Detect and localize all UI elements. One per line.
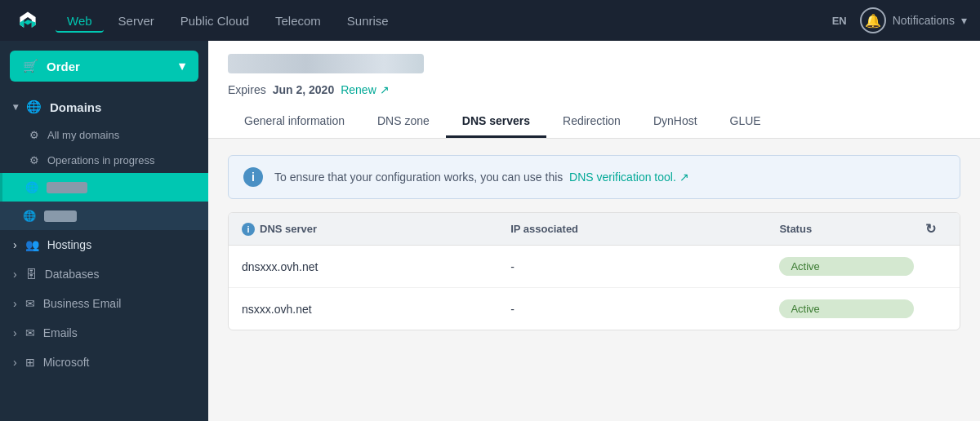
operations-label: Operations in progress [47, 154, 155, 166]
table-header: i DNS server IP associated Status ↻ [229, 213, 960, 246]
chevron-down-icon: ▾ [179, 59, 185, 73]
info-icon-small: i [242, 223, 255, 236]
globe-icon: 🌐 [25, 181, 38, 193]
chevron-right-icon: › [13, 268, 17, 281]
status-badge-1: Active [779, 257, 914, 276]
sidebar-domain-secondary[interactable]: 🌐 [0, 202, 208, 230]
hostings-label: Hostings [47, 238, 91, 251]
dns-server-1: dnsxxx.ovh.net [242, 260, 510, 273]
sidebar-item-databases[interactable]: › 🗄 Databases [0, 259, 208, 289]
nav-web[interactable]: Web [56, 9, 104, 33]
chevron-right-icon: › [13, 238, 17, 251]
notifications-button[interactable]: 🔔 Notifications ▾ [860, 7, 967, 33]
table-row: dnsxxx.ovh.net - Active [229, 246, 960, 288]
chevron-down-icon: ▾ [961, 14, 967, 27]
dns-table: i DNS server IP associated Status ↻ dnsx… [228, 212, 960, 330]
tabs-row: General information DNS zone DNS servers… [228, 106, 960, 138]
people-icon: 👥 [25, 238, 39, 251]
nav-right: EN 🔔 Notifications ▾ [832, 7, 967, 33]
sidebar-item-business-email[interactable]: › ✉ Business Email [0, 289, 208, 318]
sidebar: 🛒 Order ▾ ▾ 🌐 Domains ⚙ All my domains ⚙… [0, 41, 208, 421]
databases-label: Databases [45, 268, 100, 281]
tab-general-information[interactable]: General information [228, 106, 361, 138]
logo[interactable] [13, 6, 42, 35]
sidebar-item-operations[interactable]: ⚙ Operations in progress [0, 148, 208, 173]
domains-label: Domains [50, 100, 101, 114]
external-link-icon: ↗ [380, 83, 390, 96]
tab-redirection[interactable]: Redirection [546, 106, 637, 138]
notifications-label: Notifications [893, 14, 955, 27]
nav-server[interactable]: Server [107, 9, 166, 33]
info-banner: i To ensure that your configuration work… [228, 155, 960, 199]
settings-icon: ⚙ [29, 129, 39, 141]
table-row: nsxxx.ovh.net - Active [229, 288, 960, 330]
expiry-date: Jun 2, 2020 [273, 83, 335, 96]
col-dns-label: DNS server [260, 223, 317, 235]
expiry-row: Expires Jun 2, 2020 Renew ↗ [228, 83, 960, 96]
col-header-ip: IP associated [510, 223, 779, 235]
globe-icon: 🌐 [26, 100, 42, 114]
renew-link[interactable]: Renew ↗ [341, 83, 390, 96]
col-ip-label: IP associated [510, 223, 578, 235]
bell-icon: 🔔 [860, 7, 886, 33]
status-badge-2: Active [779, 299, 914, 318]
cart-icon: 🛒 [23, 59, 38, 73]
nav-sunrise[interactable]: Sunrise [336, 9, 400, 33]
main-content: Expires Jun 2, 2020 Renew ↗ General info… [208, 41, 980, 421]
ip-2: - [510, 303, 779, 316]
windows-icon: ⊞ [25, 356, 35, 369]
refresh-button[interactable]: ↻ [914, 221, 947, 237]
language-selector[interactable]: EN [832, 15, 847, 27]
all-domains-label: All my domains [47, 129, 119, 141]
dns-server-2: nsxxx.ovh.net [242, 303, 510, 316]
col-header-dns: i DNS server [242, 223, 510, 236]
domain-name-2-blurred [44, 210, 77, 222]
gear-icon: ⚙ [29, 154, 39, 166]
info-icon: i [243, 167, 263, 187]
tab-glue[interactable]: GLUE [714, 106, 777, 138]
col-status-label: Status [779, 223, 812, 235]
sidebar-item-microsoft[interactable]: › ⊞ Microsoft [0, 348, 208, 377]
renew-label: Renew [341, 83, 376, 96]
expires-label: Expires [228, 83, 266, 96]
ip-1: - [510, 260, 779, 273]
microsoft-label: Microsoft [43, 356, 90, 369]
chevron-icon: ▾ [13, 101, 18, 113]
email-icon: ✉ [25, 297, 35, 310]
mail-icon: ✉ [25, 326, 35, 339]
dns-verification-link[interactable]: DNS verification tool. ↗ [569, 171, 689, 184]
sidebar-item-domains[interactable]: ▾ 🌐 Domains [0, 91, 208, 122]
tab-dns-servers[interactable]: DNS servers [446, 106, 546, 138]
nav-items: Web Server Public Cloud Telecom Sunrise [56, 9, 832, 33]
domain-name-blurred [47, 182, 87, 193]
sidebar-domain-active[interactable]: 🌐 [0, 173, 208, 202]
sidebar-item-emails[interactable]: › ✉ Emails [0, 318, 208, 348]
info-banner-text: To ensure that your configuration works,… [274, 171, 689, 184]
external-link-icon-2: ↗ [679, 171, 689, 184]
chevron-right-icon: › [13, 297, 17, 310]
order-label: Order [47, 60, 80, 73]
globe-icon-2: 🌐 [23, 210, 36, 222]
main-layout: 🛒 Order ▾ ▾ 🌐 Domains ⚙ All my domains ⚙… [0, 41, 980, 421]
chevron-right-icon: › [13, 356, 17, 369]
sidebar-item-all-domains[interactable]: ⚙ All my domains [0, 122, 208, 148]
tab-dynhost[interactable]: DynHost [637, 106, 714, 138]
content-body: i To ensure that your configuration work… [208, 139, 980, 347]
sidebar-item-hostings[interactable]: › 👥 Hostings [0, 230, 208, 259]
domain-title [228, 54, 424, 73]
tab-dns-zone[interactable]: DNS zone [361, 106, 446, 138]
database-icon: 🗄 [25, 268, 37, 281]
dns-link-text: DNS verification tool. [569, 171, 676, 184]
emails-label: Emails [43, 326, 78, 339]
col-header-status: Status [779, 223, 914, 235]
nav-telecom[interactable]: Telecom [264, 9, 332, 33]
business-email-label: Business Email [43, 297, 122, 310]
top-navigation: Web Server Public Cloud Telecom Sunrise … [0, 0, 980, 41]
order-button[interactable]: 🛒 Order ▾ [10, 51, 198, 82]
chevron-right-icon: › [13, 326, 17, 339]
nav-public-cloud[interactable]: Public Cloud [169, 9, 261, 33]
content-header: Expires Jun 2, 2020 Renew ↗ General info… [208, 41, 980, 139]
